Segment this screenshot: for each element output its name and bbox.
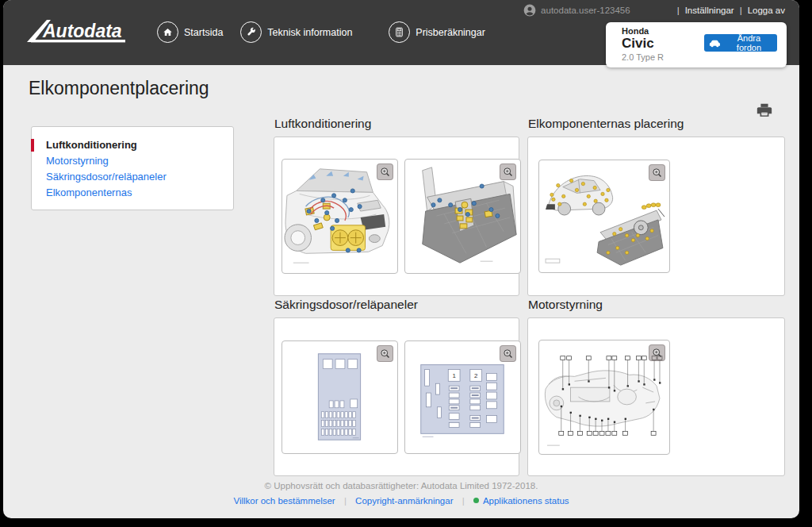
username: autodata.user-123456 xyxy=(541,6,630,15)
home-icon xyxy=(157,21,178,43)
section-title: Motorstyrning xyxy=(528,297,785,312)
footer-link-application-status[interactable]: Applikationens status xyxy=(483,496,569,506)
sidebar-menu: Luftkonditionering Motorstyrning Säkring… xyxy=(31,126,234,210)
vehicle-variant: 2.0 Type R xyxy=(622,52,664,62)
sidebar-item-luftkonditionering[interactable]: Luftkonditionering xyxy=(32,137,233,153)
thumbnail-panel xyxy=(274,137,519,296)
magnifier-plus-icon xyxy=(502,348,514,360)
section-title: Elkomponenternas placering xyxy=(528,116,785,131)
thumbnail-ac-interior[interactable] xyxy=(404,159,521,274)
app-window: autodata.user-123456 | Inställningar | L… xyxy=(3,0,799,518)
magnifier-plus-icon xyxy=(379,166,391,178)
sidebar-item-label: Luftkonditionering xyxy=(46,139,137,151)
zoom-thumbnail-button[interactable] xyxy=(377,345,393,362)
vehicle-model: Civic xyxy=(622,36,654,52)
magnifier-plus-icon xyxy=(379,348,391,360)
sidebar-item-label: Säkringsdosor/reläpaneler xyxy=(46,171,167,183)
thumbnail-panel: 1 2 xyxy=(274,317,519,476)
nav-label: Prisberäkningar xyxy=(416,27,485,38)
autodata-logo[interactable]: Autodata xyxy=(25,16,128,48)
separator: | xyxy=(344,496,347,506)
change-vehicle-label: Ändra fordon xyxy=(726,33,772,52)
section-sakringsdosor: Säkringsdosor/reläpaneler xyxy=(274,297,519,476)
nav-item-prisberakningar[interactable]: Prisberäkningar xyxy=(389,21,485,43)
vehicle-card: Honda Civic 2.0 Type R Ändra fordon xyxy=(606,22,787,67)
magnifier-plus-icon xyxy=(651,347,663,359)
autodata-logo-icon: Autodata xyxy=(25,16,128,48)
main-nav: Startsida Teknisk information Prisberäkn… xyxy=(157,21,503,43)
nav-label: Teknisk information xyxy=(267,27,352,38)
footer: © Upphovsrätt och databasrättigheter: Au… xyxy=(3,481,799,506)
page-title: Elkomponentplacering xyxy=(29,78,209,99)
thumbnail-panel xyxy=(527,137,785,296)
footer-link-terms[interactable]: Villkor och bestämmelser xyxy=(233,496,335,506)
zoom-thumbnail-button[interactable] xyxy=(500,345,516,362)
nav-item-teknisk-information[interactable]: Teknisk information xyxy=(240,21,352,43)
nav-label: Startsida xyxy=(184,27,223,38)
user-avatar-icon xyxy=(523,4,536,17)
separator: | xyxy=(677,6,680,15)
section-luftkonditionering: Luftkonditionering xyxy=(274,116,519,296)
zoom-thumbnail-button[interactable] xyxy=(500,163,516,180)
active-indicator-bar xyxy=(31,139,34,152)
sidebar-item-label: Elkomponenternas xyxy=(46,187,132,198)
wrench-icon xyxy=(240,21,262,43)
sidebar-item-sakringsdosor[interactable]: Säkringsdosor/reläpaneler xyxy=(32,169,233,185)
thumbnail-ac-engine-bay[interactable] xyxy=(282,159,398,274)
fuse-label: 2 xyxy=(474,372,477,379)
sidebar-item-label: Motorstyrning xyxy=(46,155,109,167)
thumbnail-fusebox-vertical[interactable] xyxy=(282,340,398,454)
separator: | xyxy=(740,6,742,15)
fuse-label: 1 xyxy=(452,372,455,379)
section-title: Säkringsdosor/reläpaneler xyxy=(274,297,519,312)
zoom-thumbnail-button[interactable] xyxy=(377,163,393,180)
calculator-icon xyxy=(389,21,410,43)
thumbnail-panel xyxy=(527,317,785,476)
sidebar-item-elkomponenternas[interactable]: Elkomponenternas xyxy=(32,185,233,201)
footer-link-copyright-notices[interactable]: Copyright-anmärkningar xyxy=(355,496,453,506)
sidebar-item-motorstyrning[interactable]: Motorstyrning xyxy=(32,153,233,169)
section-title: Luftkonditionering xyxy=(274,116,519,131)
magnifier-plus-icon xyxy=(651,167,663,179)
magnifier-plus-icon xyxy=(502,166,514,178)
thumbnail-component-location[interactable] xyxy=(538,160,670,273)
logo-text: Autodata xyxy=(42,21,122,41)
zoom-thumbnail-button[interactable] xyxy=(649,164,665,181)
logout-link[interactable]: Logga av xyxy=(748,6,785,15)
section-elkomponenternas-placering: Elkomponenternas placering xyxy=(527,116,785,296)
nav-item-startsida[interactable]: Startsida xyxy=(157,21,223,43)
copyright-text: © Upphovsrätt och databasrättigheter: Au… xyxy=(3,481,799,490)
status-green-dot-icon xyxy=(473,498,479,503)
zoom-thumbnail-button[interactable] xyxy=(649,344,665,361)
vehicle-make: Honda xyxy=(622,26,649,36)
separator: | xyxy=(462,496,465,506)
user-bar: autodata.user-123456 | Inställningar | L… xyxy=(523,4,785,17)
thumbnail-fusebox-panel[interactable]: 1 2 xyxy=(404,340,521,454)
change-vehicle-button[interactable]: Ändra fordon xyxy=(704,34,777,52)
thumbnail-engine-management[interactable] xyxy=(538,340,670,455)
section-motorstyrning: Motorstyrning xyxy=(527,297,785,476)
settings-link[interactable]: Inställningar xyxy=(685,6,734,15)
car-icon xyxy=(709,39,721,48)
